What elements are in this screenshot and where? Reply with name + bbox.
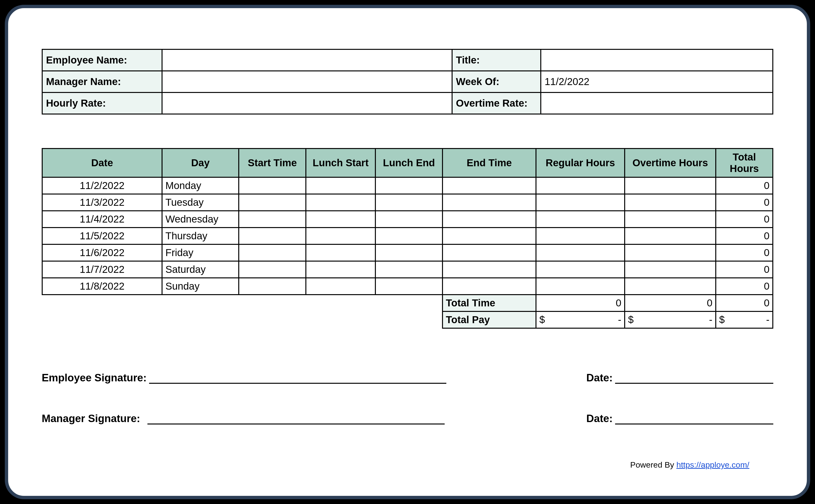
cell-start-time[interactable] — [239, 261, 306, 278]
cell-start-time[interactable] — [239, 278, 306, 295]
header-row-3: Hourly Rate: Overtime Rate: — [42, 92, 773, 114]
hourly-rate-value[interactable] — [162, 92, 452, 114]
cell-regular-hours[interactable] — [536, 228, 625, 244]
cell-lunch-start[interactable] — [306, 244, 375, 261]
col-lunch-start: Lunch Start — [306, 149, 375, 177]
cell-start-time[interactable] — [239, 228, 306, 244]
cell-end-time[interactable] — [443, 211, 536, 228]
col-overtime-hours: Overtime Hours — [625, 149, 716, 177]
cell-date[interactable]: 11/8/2022 — [42, 278, 162, 295]
manager-name-value[interactable] — [162, 71, 452, 92]
total-pay-overtime: $- — [625, 311, 716, 328]
employee-name-value[interactable] — [162, 49, 452, 71]
cell-end-time[interactable] — [443, 228, 536, 244]
cell-day[interactable]: Friday — [162, 244, 239, 261]
footer-link[interactable]: https://apploye.com/ — [677, 460, 749, 469]
employee-signature-date-line[interactable] — [615, 372, 773, 384]
week-of-label: Week Of: — [452, 71, 541, 92]
employee-signature-line[interactable] — [149, 372, 446, 384]
cell-day[interactable]: Saturday — [162, 261, 239, 278]
cell-date[interactable]: 11/2/2022 — [42, 177, 162, 194]
overtime-rate-value[interactable] — [541, 92, 773, 114]
cell-day[interactable]: Tuesday — [162, 194, 239, 211]
cell-end-time[interactable] — [443, 177, 536, 194]
total-time-row: Total Time 0 0 0 — [42, 295, 773, 311]
cell-lunch-start[interactable] — [306, 261, 375, 278]
cell-total-hours: 0 — [716, 194, 773, 211]
total-pay-regular: $- — [536, 311, 625, 328]
cell-date[interactable]: 11/5/2022 — [42, 228, 162, 244]
cell-date[interactable]: 11/6/2022 — [42, 244, 162, 261]
manager-signature-line[interactable] — [147, 412, 445, 424]
cell-end-time[interactable] — [443, 244, 536, 261]
hourly-rate-label: Hourly Rate: — [42, 92, 162, 114]
table-row: 11/8/2022Sunday0 — [42, 278, 773, 295]
cell-lunch-start[interactable] — [306, 177, 375, 194]
cell-regular-hours[interactable] — [536, 211, 625, 228]
cell-lunch-end[interactable] — [375, 194, 443, 211]
cell-lunch-end[interactable] — [375, 261, 443, 278]
cell-lunch-start[interactable] — [306, 228, 375, 244]
footer: Powered By https://apploye.com/ — [630, 460, 749, 470]
cell-overtime-hours[interactable] — [625, 261, 716, 278]
title-label: Title: — [452, 49, 541, 71]
col-day: Day — [162, 149, 239, 177]
title-value[interactable] — [541, 49, 773, 71]
total-pay-row: Total Pay $- $- $- — [42, 311, 773, 328]
cell-regular-hours[interactable] — [536, 244, 625, 261]
cell-start-time[interactable] — [239, 194, 306, 211]
cell-day[interactable]: Wednesday — [162, 211, 239, 228]
cell-lunch-start[interactable] — [306, 211, 375, 228]
cell-lunch-end[interactable] — [375, 244, 443, 261]
cell-total-hours: 0 — [716, 244, 773, 261]
cell-start-time[interactable] — [239, 177, 306, 194]
col-start-time: Start Time — [239, 149, 306, 177]
cell-lunch-end[interactable] — [375, 278, 443, 295]
cell-day[interactable]: Sunday — [162, 278, 239, 295]
cell-total-hours: 0 — [716, 278, 773, 295]
total-pay-label: Total Pay — [443, 311, 536, 328]
total-time-total: 0 — [716, 295, 773, 311]
total-pay-total: $- — [716, 311, 773, 328]
table-row: 11/5/2022Thursday0 — [42, 228, 773, 244]
cell-total-hours: 0 — [716, 261, 773, 278]
header-row-1: Employee Name: Title: — [42, 49, 773, 71]
cell-regular-hours[interactable] — [536, 194, 625, 211]
col-date: Date — [42, 149, 162, 177]
manager-signature-date-line[interactable] — [615, 412, 773, 424]
cell-overtime-hours[interactable] — [625, 278, 716, 295]
cell-date[interactable]: 11/4/2022 — [42, 211, 162, 228]
cell-end-time[interactable] — [443, 261, 536, 278]
cell-start-time[interactable] — [239, 211, 306, 228]
cell-regular-hours[interactable] — [536, 278, 625, 295]
cell-lunch-end[interactable] — [375, 228, 443, 244]
cell-overtime-hours[interactable] — [625, 177, 716, 194]
cell-overtime-hours[interactable] — [625, 211, 716, 228]
week-of-value[interactable]: 11/2/2022 — [541, 71, 773, 92]
cell-total-hours: 0 — [716, 228, 773, 244]
cell-overtime-hours[interactable] — [625, 194, 716, 211]
header-row-2: Manager Name: Week Of: 11/2/2022 — [42, 71, 773, 92]
cell-date[interactable]: 11/7/2022 — [42, 261, 162, 278]
employee-signature-row: Employee Signature: Date: — [42, 372, 773, 384]
cell-lunch-end[interactable] — [375, 211, 443, 228]
col-regular-hours: Regular Hours — [536, 149, 625, 177]
cell-end-time[interactable] — [443, 194, 536, 211]
timesheet-table: Date Day Start Time Lunch Start Lunch En… — [42, 148, 773, 329]
cell-date[interactable]: 11/3/2022 — [42, 194, 162, 211]
cell-overtime-hours[interactable] — [625, 228, 716, 244]
cell-lunch-start[interactable] — [306, 194, 375, 211]
manager-signature-row: Manager Signature: Date: — [42, 412, 773, 424]
cell-regular-hours[interactable] — [536, 177, 625, 194]
cell-day[interactable]: Thursday — [162, 228, 239, 244]
timesheet-document: Employee Name: Title: Manager Name: Week… — [5, 5, 810, 499]
total-time-regular: 0 — [536, 295, 625, 311]
cell-lunch-end[interactable] — [375, 177, 443, 194]
cell-lunch-start[interactable] — [306, 278, 375, 295]
cell-overtime-hours[interactable] — [625, 244, 716, 261]
cell-start-time[interactable] — [239, 244, 306, 261]
cell-regular-hours[interactable] — [536, 261, 625, 278]
cell-day[interactable]: Monday — [162, 177, 239, 194]
cell-end-time[interactable] — [443, 278, 536, 295]
table-row: 11/4/2022Wednesday0 — [42, 211, 773, 228]
